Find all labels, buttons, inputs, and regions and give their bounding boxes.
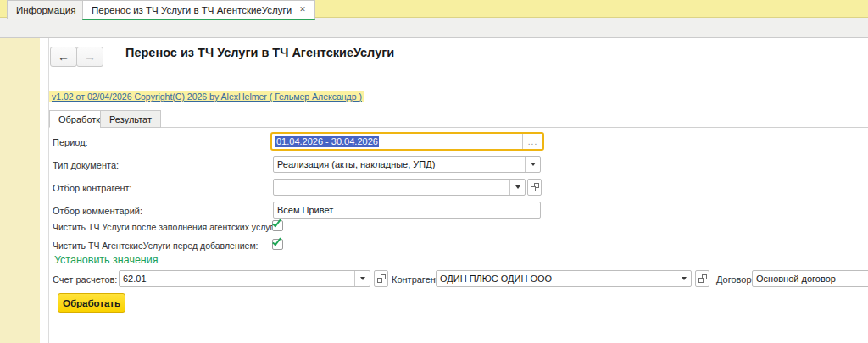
- tab-rezultat[interactable]: Результат: [100, 110, 161, 128]
- chevron-down-icon: [531, 163, 536, 166]
- counterparty-filter-dropdown-button[interactable]: [509, 180, 525, 195]
- counterparty-filter-value: [274, 180, 509, 195]
- account-open-button[interactable]: [374, 270, 388, 287]
- clear-services-label: Чистить ТЧ Услуги после заполнения агент…: [53, 222, 275, 232]
- counterparty-field[interactable]: ОДИН ПЛЮС ОДИН ООО: [436, 270, 692, 287]
- doc-type-dropdown-button[interactable]: [525, 157, 540, 172]
- mdi-tab-label: Информация: [16, 5, 75, 15]
- account-label: Счет расчетов:: [53, 274, 117, 285]
- period-value-selected: 01.04.2026 - 30.04.2026: [275, 136, 379, 147]
- back-button[interactable]: ←: [50, 47, 77, 67]
- clear-agent-services-label: Чистить ТЧ АгентскиеУслуги перед добавле…: [53, 241, 259, 251]
- chevron-down-icon: [515, 185, 520, 189]
- period-more-button[interactable]: ...: [522, 134, 542, 149]
- checkmark-icon: [272, 236, 281, 246]
- chevron-down-icon: [360, 277, 365, 280]
- comment-filter-field[interactable]: Всем Привет: [273, 202, 541, 219]
- checkmark-icon: [272, 218, 281, 228]
- back-arrow-icon: ←: [58, 50, 70, 64]
- account-dropdown-button[interactable]: [354, 271, 370, 286]
- doc-type-field[interactable]: Реализация (акты, накладные, УПД): [273, 156, 541, 173]
- set-values-group-header[interactable]: Установить значения: [54, 254, 159, 266]
- chevron-down-icon: [682, 277, 687, 280]
- form-tabs-divider: [49, 127, 868, 128]
- clear-services-checkbox[interactable]: [272, 220, 283, 231]
- clear-agent-services-checkbox[interactable]: [272, 239, 283, 250]
- account-field[interactable]: 62.01: [119, 270, 370, 287]
- app-window: БУХ (1С:Предприятие) Информация ✕ Перено…: [0, 0, 868, 343]
- counterparty-dropdown-button[interactable]: [676, 271, 691, 286]
- period-value-wrap: 01.04.2026 - 30.04.2026: [272, 134, 522, 149]
- open-form-icon: [698, 274, 707, 283]
- counterparty-filter-field[interactable]: [273, 179, 526, 196]
- period-field[interactable]: 01.04.2026 - 30.04.2026 ...: [270, 132, 544, 151]
- contract-field[interactable]: Основной договор: [752, 270, 868, 287]
- mdi-tab-label: Перенос из ТЧ Услуги в ТЧ АгентскиеУслуг…: [92, 5, 292, 15]
- left-accent-strip: [0, 38, 40, 343]
- counterparty-filter-label: Отбор контрагент:: [53, 183, 132, 193]
- counterparty-filter-open-button[interactable]: [527, 179, 542, 196]
- doc-type-label: Тип документа:: [53, 160, 119, 170]
- counterparty-value: ОДИН ПЛЮС ОДИН ООО: [437, 271, 676, 286]
- contract-value: Основной договор: [753, 271, 868, 286]
- comment-filter-value: Всем Привет: [274, 202, 540, 218]
- mdi-tab-perenos[interactable]: Перенос из ТЧ Услуги в ТЧ АгентскиеУслуг…: [82, 0, 315, 20]
- process-button[interactable]: Обработать: [58, 293, 125, 313]
- counterparty-open-button[interactable]: [695, 270, 709, 287]
- page-title: Перенос из ТЧ Услуги в ТЧ АгентскиеУслуг…: [125, 46, 394, 59]
- open-form-icon: [531, 183, 539, 191]
- mdi-tabbar: [0, 18, 868, 37]
- form-left-border: [48, 38, 49, 343]
- comment-filter-label: Отбор комментарий:: [53, 206, 142, 216]
- counterparty-label: Контрагент:: [392, 274, 442, 285]
- open-form-icon: [377, 274, 386, 283]
- version-copyright-link[interactable]: v1.02 от 02/04/2026 Copyright(C) 2026 by…: [49, 91, 364, 102]
- period-label: Период:: [53, 137, 88, 147]
- account-value: 62.01: [120, 271, 354, 286]
- contract-label: Договор:: [716, 274, 754, 285]
- close-icon[interactable]: ✕: [299, 6, 306, 14]
- tabbar-divider: [0, 37, 868, 38]
- doc-type-value: Реализация (акты, накладные, УПД): [274, 157, 525, 172]
- forward-button[interactable]: →: [76, 47, 103, 67]
- forward-arrow-icon: →: [84, 50, 96, 64]
